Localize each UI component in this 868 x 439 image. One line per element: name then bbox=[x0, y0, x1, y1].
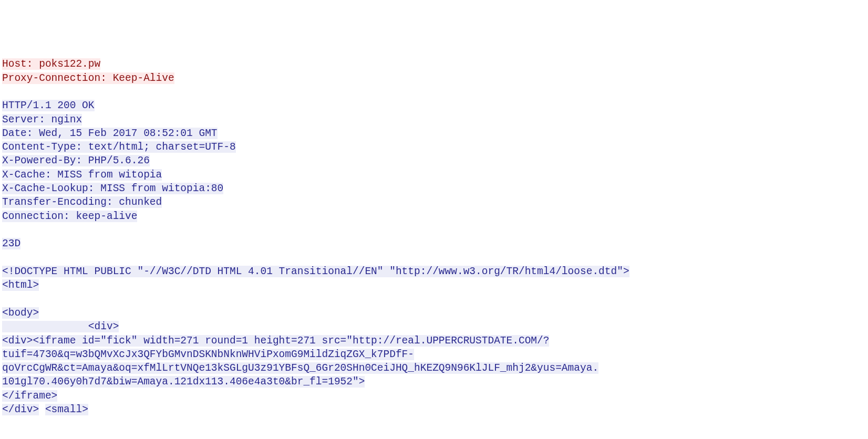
response-body-div-open: <div> bbox=[2, 321, 119, 332]
response-body-div-close: </div> bbox=[2, 404, 39, 415]
response-body-iframe-src-2: qoVrcCgWR&ct=Amaya&oq=xfMlLrtVNQe13kSGLg… bbox=[2, 362, 598, 374]
response-chunk-size: 23D bbox=[2, 238, 20, 249]
response-status-line: HTTP/1.1 200 OK bbox=[2, 100, 95, 111]
response-body-space bbox=[39, 404, 45, 415]
response-content-type-header: Content-Type: text/html; charset=UTF-8 bbox=[2, 141, 236, 153]
response-transfer-encoding-header: Transfer-Encoding: chunked bbox=[2, 196, 162, 208]
http-trace: Host: poks122.pw Proxy-Connection: Keep-… bbox=[2, 57, 866, 416]
response-connection-header: Connection: keep-alive bbox=[2, 211, 137, 222]
response-body-small-open: <small> bbox=[45, 404, 88, 415]
response-body-iframe-close: </iframe> bbox=[2, 390, 57, 402]
response-x-cache-lookup-header: X-Cache-Lookup: MISS from witopia:80 bbox=[2, 183, 223, 194]
response-body-iframe-src-3: 101gl70.406y0h7d7&biw=Amaya.121dx113.406… bbox=[2, 376, 365, 388]
response-body-iframe-src-1: tuif=4730&q=w3bQMvXcJx3QFYbGMvnDSKNbNknW… bbox=[2, 349, 414, 360]
response-x-cache-header: X-Cache: MISS from witopia bbox=[2, 169, 162, 181]
response-body-doctype: <!DOCTYPE HTML PUBLIC "-//W3C//DTD HTML … bbox=[2, 266, 629, 277]
response-x-powered-by-header: X-Powered-By: PHP/5.6.26 bbox=[2, 155, 150, 166]
request-host-header: Host: poks122.pw bbox=[2, 58, 100, 70]
response-body-html-open: <html> bbox=[2, 279, 39, 291]
response-body-body-open: <body> bbox=[2, 307, 39, 319]
request-proxy-connection-header: Proxy-Connection: Keep-Alive bbox=[2, 72, 174, 84]
response-body-iframe-open: <div><iframe id="fick" width=271 round=1… bbox=[2, 335, 549, 347]
response-date-header: Date: Wed, 15 Feb 2017 08:52:01 GMT bbox=[2, 128, 218, 139]
response-server-header: Server: nginx bbox=[2, 114, 82, 126]
